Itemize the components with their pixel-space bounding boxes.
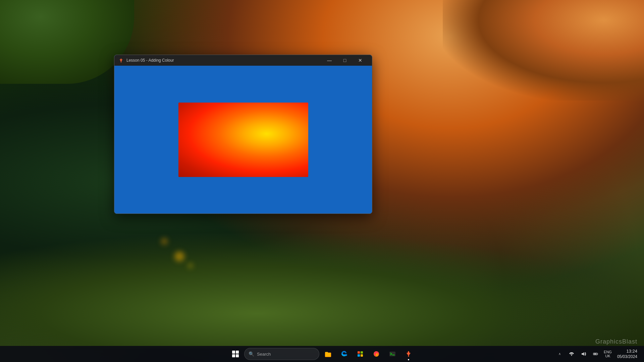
terminal-icon[interactable] [385, 347, 400, 361]
colour-rectangle [178, 103, 308, 177]
window-controls: — □ ✕ [322, 55, 368, 66]
svg-rect-7 [361, 354, 363, 357]
edge-icon[interactable] [337, 347, 352, 361]
store-icon[interactable] [353, 347, 368, 361]
close-button[interactable]: ✕ [353, 55, 368, 66]
volume-icon[interactable] [578, 349, 589, 359]
battery-icon[interactable] [590, 349, 601, 359]
file-explorer-icon[interactable] [321, 347, 335, 361]
desktop: GraphicsBlast Lesson 05 - Adding Colour … [0, 0, 644, 362]
search-icon: 🔍 [249, 351, 254, 357]
clock-date: 05/03/2024 [617, 354, 637, 360]
maximize-button[interactable]: □ [337, 55, 353, 66]
system-tray: ∧ [550, 349, 644, 359]
svg-point-0 [120, 61, 122, 62]
bokeh-3 [188, 263, 193, 268]
start-button[interactable] [228, 347, 243, 361]
language-label: ENG [604, 350, 612, 354]
taskbar-center: 🔍 Search [228, 347, 416, 361]
taskbar: 🔍 Search [0, 346, 644, 362]
app-icon [118, 58, 124, 63]
network-icon[interactable] [566, 349, 577, 359]
bokeh-2 [161, 238, 168, 245]
title-bar: Lesson 05 - Adding Colour — □ ✕ [114, 55, 372, 66]
search-bar[interactable]: 🔍 Search [244, 348, 319, 360]
minimize-button[interactable]: — [322, 55, 337, 66]
wallpaper-overlay-tr [443, 0, 644, 101]
svg-point-12 [571, 355, 572, 356]
rocket-app-icon[interactable] [401, 347, 416, 361]
windows-logo [232, 351, 239, 357]
tray-chevron[interactable]: ∧ [554, 349, 565, 359]
wallpaper-overlay-bottom [0, 231, 644, 349]
svg-point-11 [408, 355, 410, 357]
app-window: Lesson 05 - Adding Colour — □ ✕ [114, 55, 372, 214]
svg-rect-5 [361, 351, 363, 354]
watermark: GraphicsBlast [595, 338, 637, 345]
svg-rect-14 [594, 353, 597, 354]
search-label: Search [257, 352, 271, 357]
svg-rect-6 [358, 354, 360, 357]
svg-rect-9 [389, 352, 395, 356]
clock-block[interactable]: 13:24 05/03/2024 [614, 349, 640, 359]
language-block[interactable]: ENG UK [602, 350, 613, 358]
region-label: UK [605, 354, 610, 358]
window-title: Lesson 05 - Adding Colour [126, 58, 322, 63]
clock-time: 13:24 [626, 349, 637, 354]
firefox-icon[interactable] [369, 347, 384, 361]
svg-rect-4 [358, 351, 360, 354]
svg-rect-15 [597, 354, 598, 354]
bokeh-1 [174, 251, 184, 261]
app-content [114, 66, 372, 214]
